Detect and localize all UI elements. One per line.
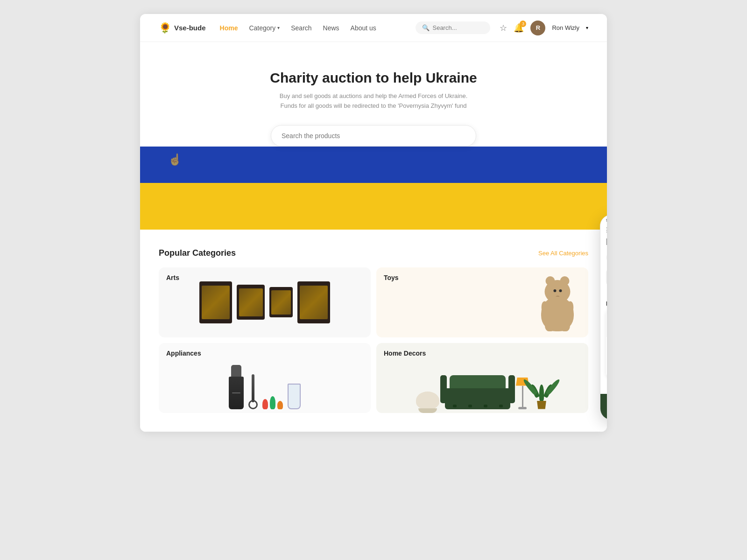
user-chevron-icon: ▾	[586, 25, 588, 30]
art-frame-1	[199, 281, 232, 323]
categories-section: Popular Categories See All Categories Ar…	[140, 230, 607, 432]
nav-search[interactable]: Search	[291, 24, 311, 32]
glass	[288, 384, 301, 409]
notification-badge: 3	[520, 21, 526, 27]
hero-title: Charity auction to help Ukraine	[159, 70, 588, 86]
teddy-bear	[534, 280, 581, 334]
category-card-appliances[interactable]: Appliances	[159, 343, 371, 413]
nav-search-input[interactable]	[432, 24, 484, 31]
search-icon: 🔍	[422, 24, 430, 31]
section-title: Popular Categories	[159, 248, 236, 258]
art-frame-4	[297, 281, 330, 323]
toys-illustration	[376, 267, 588, 337]
category-card-toys[interactable]: Toys	[376, 267, 588, 337]
mobile-lots-row: ⏱ 13 days 20 h 35 min Gray pouf "Jysk" S…	[600, 309, 607, 378]
hero-subtitle: Buy and sell goods at auctions and help …	[159, 91, 588, 111]
category-card-arts[interactable]: Arts	[159, 267, 371, 337]
mobile-cat-arts[interactable]: 🖼 Arts	[606, 269, 607, 294]
logo[interactable]: 🌻 Vse-bude	[159, 22, 206, 34]
arts-illustration	[159, 267, 371, 337]
mobile-lot-thumb-1	[606, 309, 607, 337]
mobile-cat-arts-thumb: 🖼	[606, 269, 607, 286]
category-label-toys: Toys	[384, 274, 399, 281]
mobile-title: Help Ukraine 🇺🇦	[606, 237, 607, 247]
nav-links: Home Category ▾ Search News About us	[220, 24, 416, 32]
mobile-bottom-nav: 🏠 Explore Me ☆ Favorites ⊞ My Lots 👤 Pro…	[600, 394, 607, 420]
mobile-mockup: 9:41 ▲ WiFi 🔋 ☰ Help Ukraine 🇺🇦 🔍 Search…	[600, 215, 607, 420]
favorites-button[interactable]: ☆	[500, 23, 507, 33]
mobile-time: 9:41	[606, 218, 607, 223]
nav-news[interactable]: News	[323, 24, 339, 32]
nav-category[interactable]: Category ▾	[249, 24, 280, 32]
category-card-home-decors[interactable]: Home Decors	[376, 343, 588, 413]
category-label-appliances: Appliances	[166, 350, 201, 357]
whisk	[248, 374, 258, 409]
art-frame-3	[269, 287, 293, 317]
sofa	[445, 375, 510, 409]
logo-icon: 🌻	[159, 22, 171, 34]
categories-header: Popular Categories See All Categories	[159, 248, 588, 258]
nav-right: ☆ 🔔 3 R Ron Wizly ▾	[500, 21, 588, 35]
mobile-lot-card-1[interactable]: ⏱ 13 days 20 h 35 min Gray pouf "Jysk" S…	[606, 309, 607, 378]
category-chevron-icon: ▾	[277, 25, 280, 30]
pouf	[416, 392, 439, 409]
mobile-menu-icon[interactable]: ☰	[606, 226, 607, 234]
avatar: R	[530, 21, 545, 35]
user-name[interactable]: Ron Wizly	[552, 24, 579, 31]
veggies-glass	[262, 396, 283, 409]
nav-about[interactable]: About us	[351, 24, 376, 32]
nav-home[interactable]: Home	[220, 24, 238, 32]
nav-search-bar[interactable]: 🔍	[416, 21, 490, 34]
mobile-categories-row: 🖼 Arts 🧸 Toys 🏺 Home Decors 🔌 Applia...	[600, 265, 607, 298]
mobile-header: ☰ Help Ukraine 🇺🇦	[600, 224, 607, 250]
mobile-popular-lots-title: Popular Lots	[606, 301, 607, 307]
navbar: 🌻 Vse-bude Home Category ▾ Search News A…	[140, 14, 607, 42]
notifications-button[interactable]: 🔔 3	[514, 23, 524, 33]
see-all-categories-link[interactable]: See All Categories	[538, 250, 588, 257]
categories-grid: Arts Toys	[159, 267, 588, 413]
cursor-icon: ☝	[168, 153, 182, 166]
hero-section: Charity auction to help Ukraine Buy and …	[140, 42, 607, 147]
mobile-popular-lots-header: Popular Lots See All Lots	[600, 298, 607, 309]
plant	[535, 373, 549, 409]
mobile-search[interactable]: 🔍 Search the products	[606, 253, 607, 262]
art-frame-2	[237, 285, 265, 320]
mobile-lot-info-1: ⏱ 13 days 20 h 35 min Gray pouf "Jysk" S…	[606, 337, 607, 378]
blender	[229, 365, 244, 409]
flag-yellow	[140, 183, 607, 230]
logo-text: Vse-bude	[174, 24, 206, 32]
hero-search-wrapper	[159, 125, 588, 147]
category-label-arts: Arts	[166, 274, 179, 281]
flag-banner: ☝	[140, 136, 607, 230]
category-label-home-decors: Home Decors	[384, 350, 426, 357]
hero-search-input[interactable]	[271, 125, 476, 147]
